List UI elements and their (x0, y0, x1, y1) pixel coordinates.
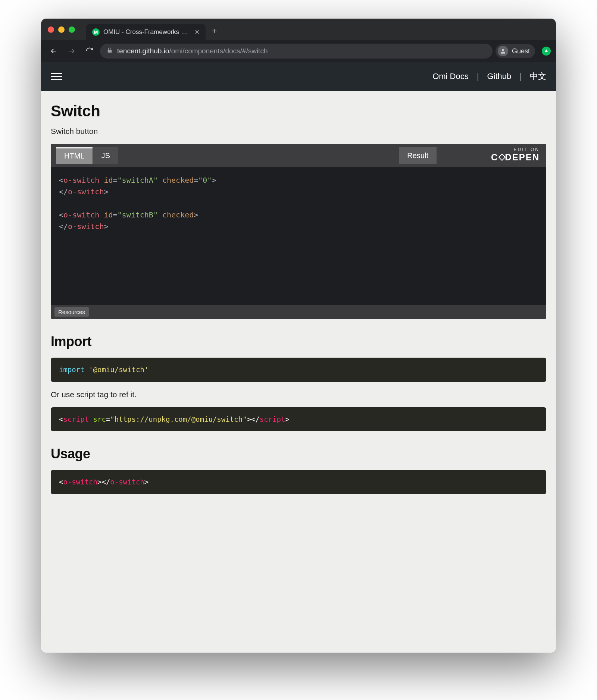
tab-favicon: M (92, 28, 100, 36)
nav-github[interactable]: Github (487, 72, 511, 81)
section-title-import: Import (51, 334, 546, 349)
titlebar: M OMIU - Cross-Frameworks UI F ✕ + (41, 19, 556, 40)
lock-icon (107, 47, 113, 55)
reload-icon (85, 47, 94, 55)
profile-chip[interactable]: Guest (496, 44, 535, 58)
tabstrip: M OMIU - Cross-Frameworks UI F ✕ + (86, 19, 219, 40)
page-content: Switch Switch button HTML JS Result EDIT… (41, 91, 556, 653)
code-usage[interactable]: <o-switch></o-switch> (51, 470, 546, 494)
avatar-icon (498, 46, 508, 56)
codepen-result-button[interactable]: Result (399, 147, 437, 164)
codepen-logo: CDEPEN (491, 152, 540, 163)
maximize-window-button[interactable] (69, 26, 75, 33)
codepen-editor[interactable]: <o-switch id="switchA" checked="0"></o-s… (51, 167, 546, 305)
menu-button[interactable] (51, 73, 62, 80)
codepen-tab-html[interactable]: HTML (56, 147, 93, 164)
url-text: tencent.github.io/omi/components/docs/#/… (117, 47, 268, 55)
extension-badge[interactable] (542, 47, 551, 56)
codepen-embed: HTML JS Result EDIT ON CDEPEN <o-switch … (51, 144, 546, 319)
browser-window: M OMIU - Cross-Frameworks UI F ✕ + tence… (41, 19, 556, 653)
minimize-window-button[interactable] (58, 26, 65, 33)
nav-omi-docs[interactable]: Omi Docs (432, 72, 469, 81)
codepen-footer: Resources (51, 305, 546, 319)
codepen-tab-js[interactable]: JS (93, 147, 118, 164)
forward-button[interactable] (64, 44, 79, 59)
page-viewport: Omi Docs | Github | 中文 Switch Switch but… (41, 62, 556, 653)
section-title-usage: Usage (51, 446, 546, 462)
profile-label: Guest (512, 47, 530, 55)
close-tab-icon[interactable]: ✕ (194, 28, 200, 36)
arrow-left-icon (50, 47, 58, 55)
codepen-resources-button[interactable]: Resources (54, 307, 89, 317)
tab-title: OMIU - Cross-Frameworks UI F (103, 28, 189, 36)
site-header: Omi Docs | Github | 中文 (41, 62, 556, 91)
nav-chinese[interactable]: 中文 (530, 71, 546, 82)
svg-point-0 (502, 49, 504, 51)
toolbar: tencent.github.io/omi/components/docs/#/… (41, 40, 556, 62)
browser-tab[interactable]: M OMIU - Cross-Frameworks UI F ✕ (86, 24, 206, 40)
codepen-brand-link[interactable]: EDIT ON CDEPEN (491, 147, 540, 163)
codepen-edit-on-label: EDIT ON (491, 147, 540, 152)
or-text: Or use script tag to ref it. (51, 390, 546, 399)
codepen-toolbar: HTML JS Result EDIT ON CDEPEN (51, 144, 546, 167)
code-import[interactable]: import '@omiu/switch' (51, 358, 546, 382)
nav-separator: | (519, 72, 522, 81)
new-tab-button[interactable]: + (210, 26, 219, 35)
nav-separator: | (477, 72, 479, 81)
reload-button[interactable] (82, 44, 97, 59)
header-nav: Omi Docs | Github | 中文 (432, 71, 546, 82)
arrow-right-icon (68, 47, 76, 55)
page-subtitle: Switch button (51, 127, 546, 136)
back-button[interactable] (46, 44, 61, 59)
traffic-lights (48, 26, 75, 33)
code-script-tag[interactable]: <script src="https://unpkg.com/@omiu/swi… (51, 407, 546, 431)
page-title: Switch (51, 102, 546, 120)
address-bar[interactable]: tencent.github.io/omi/components/docs/#/… (100, 44, 493, 59)
close-window-button[interactable] (48, 26, 54, 33)
